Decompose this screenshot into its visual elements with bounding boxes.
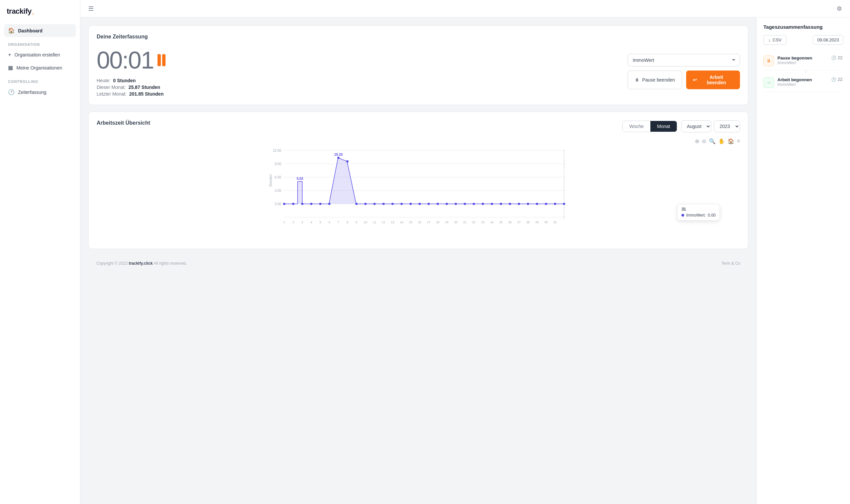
center-panel: Deine Zeiterfassung 00:01 Heute: [80, 17, 756, 504]
svg-text:28: 28 [526, 220, 530, 224]
clock-icon-small-2: 🕐 [831, 77, 836, 82]
timer-value: 00:01 [96, 47, 154, 74]
stat-month-value: 25.87 Stunden [128, 85, 160, 90]
svg-rect-24 [347, 160, 349, 162]
activity-pause-content: Pause begonnen ImmoWert [777, 55, 828, 65]
svg-text:25: 25 [499, 220, 502, 224]
timer-card-title: Deine Zeiterfassung [96, 34, 740, 40]
pause-button-label: Pause beenden [642, 77, 675, 83]
svg-rect-28 [383, 203, 385, 205]
right-panel: Tageszusammenfassung ↓ CSV 09.08.2023 ⏸ … [756, 17, 850, 504]
right-panel-header: ↓ CSV 09.08.2023 [763, 35, 843, 45]
project-select[interactable]: ImmoWert [627, 54, 740, 67]
svg-rect-42 [509, 203, 511, 205]
footer-terms-link[interactable]: Term & Co [721, 261, 740, 266]
svg-rect-22 [329, 203, 330, 205]
grid-icon: ▦ [8, 65, 13, 71]
sidebar-item-label: Organisation erstellen [14, 52, 60, 57]
plus-icon: + [8, 52, 11, 58]
menu-icon[interactable]: ≡ [737, 138, 740, 144]
svg-text:15: 15 [409, 220, 412, 224]
svg-text:18: 18 [436, 220, 439, 224]
svg-rect-20 [310, 203, 312, 205]
stat-today: Heute: 0 Stunden [96, 78, 165, 83]
svg-text:3: 3 [301, 220, 303, 224]
year-select[interactable]: 2023 [714, 120, 740, 132]
chart-card-title: Arbeitszeit Übersicht [96, 120, 150, 126]
stop-button[interactable]: ↩ Arbeit beenden [686, 71, 740, 89]
tab-group: Woche Monat [622, 121, 677, 132]
pause-icon: ⏸ [635, 77, 639, 83]
stop-icon: ↩ [693, 77, 697, 83]
magnify-icon[interactable]: 🔍 [709, 138, 715, 144]
stat-last-month-label: Letzter Monat: [96, 91, 127, 96]
home-reset-icon[interactable]: 🏠 [728, 138, 734, 144]
svg-rect-29 [392, 203, 393, 205]
content-area: Deine Zeiterfassung 00:01 Heute: [80, 17, 850, 504]
tab-monat[interactable]: Monat [650, 121, 677, 132]
csv-button[interactable]: ↓ CSV [763, 35, 786, 45]
svg-text:26: 26 [508, 220, 512, 224]
sidebar-item-dashboard[interactable]: 🏠 Dashboard [4, 24, 76, 37]
download-icon: ↓ [768, 37, 771, 42]
svg-text:29: 29 [535, 220, 539, 224]
activity-divider [805, 71, 806, 73]
svg-rect-35 [446, 203, 448, 205]
activity-pause-title: Pause begonnen [777, 55, 828, 60]
footer: Copyright © 2023 trackify.click All righ… [88, 256, 748, 271]
zoom-in-icon[interactable]: ⊕ [695, 138, 699, 144]
csv-button-label: CSV [773, 37, 782, 42]
month-select[interactable]: August [681, 120, 711, 132]
stat-last-month-value: 201.85 Stunden [129, 91, 164, 96]
svg-rect-44 [527, 203, 529, 205]
svg-text:0.00: 0.00 [275, 202, 282, 206]
zoom-out-icon[interactable]: ⊖ [702, 138, 706, 144]
svg-marker-16 [329, 158, 356, 204]
svg-text:16: 16 [418, 220, 421, 224]
svg-text:11: 11 [373, 220, 376, 224]
sidebar-item-label: Meine Organisationen [16, 65, 62, 71]
svg-text:17: 17 [427, 220, 430, 224]
main-area: ☰ ⚙ Deine Zeiterfassung 00:01 [80, 0, 850, 504]
stat-last-month: Letzter Monat: 201.85 Stunden [96, 91, 165, 96]
hamburger-icon[interactable]: ☰ [88, 5, 94, 12]
pause-button[interactable]: ⏸ Pause beenden [627, 71, 682, 89]
activity-pause-time: 🕐 22: [831, 55, 843, 60]
timer-right: ImmoWert ⏸ Pause beenden ↩ Arbeit beende… [627, 54, 740, 89]
svg-text:8: 8 [347, 220, 348, 224]
svg-rect-25 [355, 203, 357, 205]
svg-rect-46 [545, 203, 547, 205]
svg-rect-33 [428, 203, 430, 205]
svg-text:14: 14 [400, 220, 403, 224]
svg-text:9: 9 [355, 220, 357, 224]
logo: trackify . [0, 0, 80, 21]
chart-header: Arbeitszeit Übersicht Woche Monat August… [96, 120, 740, 133]
svg-text:5.02: 5.02 [297, 177, 303, 180]
svg-marker-12 [298, 181, 302, 204]
svg-text:10.33: 10.33 [334, 153, 342, 157]
tab-woche[interactable]: Woche [623, 121, 650, 132]
top-bar: ☰ ⚙ [80, 0, 850, 17]
svg-text:20: 20 [454, 220, 457, 224]
stat-month: Dieser Monat: 25.87 Stunden [96, 85, 165, 90]
svg-text:22: 22 [472, 220, 476, 224]
svg-rect-30 [401, 203, 403, 205]
pan-icon[interactable]: ✋ [718, 138, 725, 144]
svg-text:1: 1 [283, 220, 285, 224]
home-icon: 🏠 [8, 28, 15, 34]
sidebar-item-create-org[interactable]: + Organisation erstellen [4, 49, 76, 61]
settings-icon[interactable]: ⚙ [837, 5, 842, 12]
svg-rect-17 [283, 203, 285, 205]
svg-text:6: 6 [329, 220, 330, 224]
activity-pause: ⏸ Pause begonnen ImmoWert 🕐 22: [763, 52, 843, 71]
sidebar-item-zeiterfassung[interactable]: 🕐 Zeiterfassung [4, 86, 76, 98]
sidebar-item-my-orgs[interactable]: ▦ Meine Organisationen [4, 61, 76, 74]
svg-rect-47 [554, 203, 556, 205]
activity-pause-sub: ImmoWert [777, 60, 828, 65]
timer-display: 00:01 [96, 47, 165, 74]
chart-svg: 12.00 9.00 6.00 3.00 0.00 Stunden [96, 147, 740, 227]
activity-pause-icon: ⏸ [763, 55, 774, 66]
svg-rect-41 [500, 203, 502, 205]
svg-rect-40 [491, 203, 493, 205]
svg-rect-23 [337, 157, 339, 159]
